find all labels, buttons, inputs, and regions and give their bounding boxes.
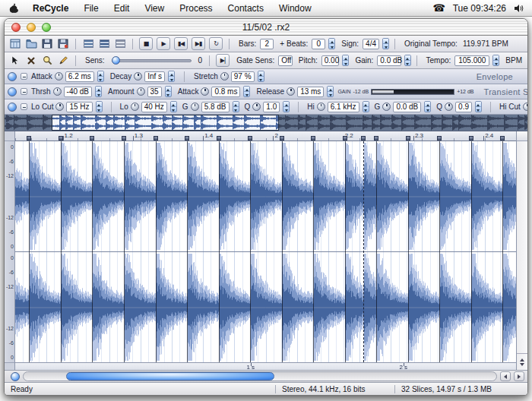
horizontal-scrollbar[interactable] (23, 371, 497, 381)
view-grid-button[interactable] (113, 37, 127, 50)
slice-handle[interactable] (59, 136, 63, 141)
param-value[interactable]: 0.9 (455, 102, 472, 112)
scroll-left-button[interactable] (500, 371, 511, 381)
apple-menu[interactable] (0, 3, 25, 14)
knob[interactable] (445, 103, 453, 111)
param-value[interactable]: 35 (147, 87, 162, 97)
menu-edit[interactable]: Edit (106, 3, 138, 14)
transient-collapse-button[interactable] (21, 88, 27, 95)
param-value[interactable]: Inf s (144, 71, 165, 82)
param-value[interactable]: 40 Hz (141, 102, 167, 112)
knob[interactable] (53, 87, 62, 96)
zoom-button[interactable] (42, 23, 51, 32)
knob[interactable] (252, 103, 261, 111)
tempo-field[interactable]: 105.000 (454, 55, 489, 66)
param-value[interactable]: -40 dB (64, 87, 92, 97)
stepper[interactable] (243, 86, 250, 97)
param-value[interactable]: 6.2 ms (65, 71, 94, 82)
close-button[interactable] (11, 23, 21, 32)
menu-window[interactable]: Window (271, 3, 319, 14)
step-down[interactable] (166, 91, 171, 96)
bars-field[interactable]: 2 (260, 39, 274, 49)
stop-button[interactable]: ■ (139, 37, 153, 50)
step-down[interactable] (244, 91, 249, 96)
slider-thumb[interactable] (112, 56, 120, 65)
step-down[interactable] (233, 106, 239, 112)
knob[interactable] (55, 72, 63, 81)
new-document-button[interactable] (8, 37, 22, 50)
stepper[interactable] (283, 101, 290, 112)
waveform-display[interactable] (15, 141, 516, 362)
knob[interactable] (137, 87, 145, 96)
param-value[interactable]: 97 % (231, 71, 255, 82)
slice-handle[interactable] (27, 136, 31, 141)
overview-canvas[interactable] (5, 115, 527, 131)
tempo-stepper[interactable] (492, 55, 499, 66)
stepper[interactable] (327, 86, 334, 97)
stepper[interactable] (97, 71, 104, 82)
vertical-scroll-arrows[interactable] (517, 353, 527, 370)
knob[interactable] (382, 103, 391, 111)
sign-stepper[interactable] (382, 38, 389, 49)
menu-contacts[interactable]: Contacts (220, 3, 271, 14)
arrow-tool-button[interactable] (8, 54, 22, 67)
play-button[interactable]: ▶ (157, 37, 170, 50)
stepper[interactable] (363, 101, 369, 112)
title-bar[interactable]: 11/5/02 .rx2 (5, 19, 527, 36)
knob[interactable] (220, 72, 229, 81)
open-button[interactable] (24, 37, 38, 50)
vertical-scrollbar[interactable] (516, 131, 527, 370)
stepper[interactable] (168, 71, 175, 82)
overview-strip[interactable] (5, 115, 527, 131)
waveform-right-channel[interactable] (15, 252, 516, 362)
slice-handle[interactable] (361, 136, 366, 141)
stepper[interactable] (475, 101, 482, 112)
param-value[interactable]: 13 ms (297, 87, 324, 97)
menu-view[interactable]: View (137, 3, 172, 14)
sign-field[interactable]: 4/4 (363, 39, 379, 49)
eq-collapse-button[interactable] (21, 103, 27, 110)
goto-start-button[interactable]: ▮◀ (174, 37, 188, 50)
slice-handle[interactable] (280, 136, 284, 141)
gain-field[interactable]: 0.0 dB (377, 55, 401, 66)
knob[interactable] (131, 103, 139, 111)
step-down[interactable] (169, 76, 174, 81)
slice-handle[interactable] (154, 136, 158, 141)
scrollbar-widget[interactable] (517, 131, 527, 141)
bar-ruler[interactable]: 1.21.31.422.22.32.4 (15, 131, 516, 141)
envelope-collapse-button[interactable] (21, 73, 27, 80)
beats-stepper[interactable] (328, 38, 335, 49)
magnify-tool-button[interactable] (40, 54, 54, 67)
menu-file[interactable]: File (76, 3, 106, 14)
pitch-stepper[interactable] (342, 55, 349, 66)
eq-power-button[interactable] (8, 103, 17, 112)
loop-button[interactable]: ↻ (209, 37, 223, 50)
app-menu-recycle[interactable]: ReCycle (25, 3, 76, 14)
stepper[interactable] (233, 101, 239, 112)
view-waveform-button[interactable] (81, 37, 95, 50)
export-button[interactable] (56, 37, 70, 50)
waveform-left-channel[interactable] (15, 141, 516, 251)
sensitivity-slider[interactable] (112, 56, 192, 65)
view-compact-button[interactable] (97, 37, 111, 50)
pencil-tool-button[interactable] (56, 54, 70, 67)
param-value[interactable]: 1.0 (263, 102, 280, 112)
param-value[interactable]: 5.8 dB (201, 102, 230, 112)
gate-button[interactable]: ▶| (216, 54, 230, 67)
mute-tool-button[interactable] (24, 54, 38, 67)
stepper[interactable] (95, 86, 102, 97)
slice-handle[interactable] (248, 136, 252, 141)
gain-stepper[interactable] (404, 55, 411, 66)
knob[interactable] (191, 103, 199, 111)
stepper[interactable] (424, 101, 431, 112)
slice-handle[interactable] (437, 136, 442, 141)
param-value[interactable]: 15 Hz (66, 102, 92, 112)
step-down[interactable] (97, 106, 102, 112)
knob[interactable] (55, 103, 64, 111)
stepper[interactable] (165, 86, 172, 97)
knob[interactable] (523, 103, 527, 111)
modem-status-icon[interactable]: ☎ (433, 2, 445, 14)
step-down[interactable] (476, 106, 481, 112)
slice-handle[interactable] (90, 136, 94, 141)
slice-handle[interactable] (406, 136, 410, 141)
